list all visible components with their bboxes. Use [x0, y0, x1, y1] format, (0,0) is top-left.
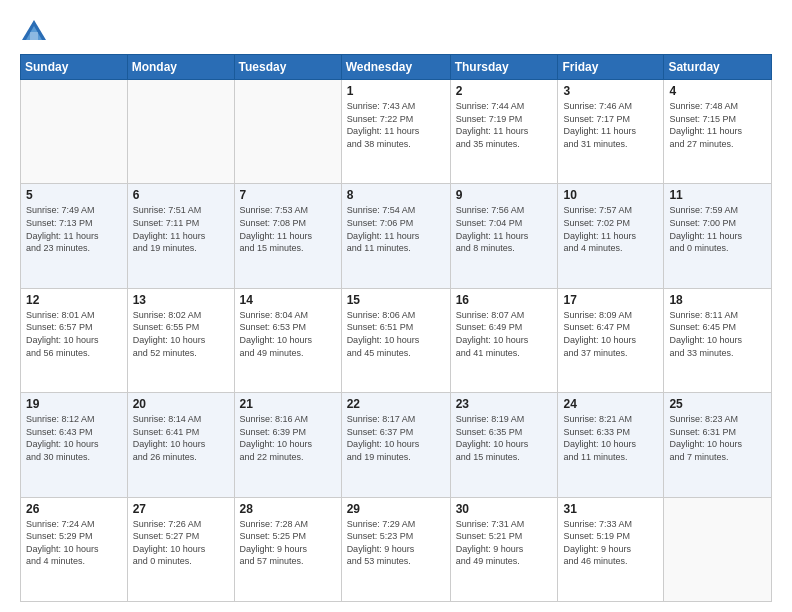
day-number: 5 [26, 188, 122, 202]
logo [20, 18, 52, 46]
day-cell: 20Sunrise: 8:14 AM Sunset: 6:41 PM Dayli… [127, 393, 234, 497]
day-cell: 28Sunrise: 7:28 AM Sunset: 5:25 PM Dayli… [234, 497, 341, 601]
day-cell: 19Sunrise: 8:12 AM Sunset: 6:43 PM Dayli… [21, 393, 128, 497]
day-cell: 16Sunrise: 8:07 AM Sunset: 6:49 PM Dayli… [450, 288, 558, 392]
week-row-1: 1Sunrise: 7:43 AM Sunset: 7:22 PM Daylig… [21, 80, 772, 184]
day-cell: 6Sunrise: 7:51 AM Sunset: 7:11 PM Daylig… [127, 184, 234, 288]
weekday-header-row: SundayMondayTuesdayWednesdayThursdayFrid… [21, 55, 772, 80]
day-number: 10 [563, 188, 658, 202]
day-info: Sunrise: 7:54 AM Sunset: 7:06 PM Dayligh… [347, 204, 445, 254]
day-cell: 18Sunrise: 8:11 AM Sunset: 6:45 PM Dayli… [664, 288, 772, 392]
day-number: 13 [133, 293, 229, 307]
day-info: Sunrise: 7:29 AM Sunset: 5:23 PM Dayligh… [347, 518, 445, 568]
day-info: Sunrise: 7:31 AM Sunset: 5:21 PM Dayligh… [456, 518, 553, 568]
weekday-header-saturday: Saturday [664, 55, 772, 80]
day-number: 29 [347, 502, 445, 516]
page: SundayMondayTuesdayWednesdayThursdayFrid… [0, 0, 792, 612]
day-info: Sunrise: 8:09 AM Sunset: 6:47 PM Dayligh… [563, 309, 658, 359]
day-cell: 8Sunrise: 7:54 AM Sunset: 7:06 PM Daylig… [341, 184, 450, 288]
day-info: Sunrise: 7:46 AM Sunset: 7:17 PM Dayligh… [563, 100, 658, 150]
day-number: 25 [669, 397, 766, 411]
day-info: Sunrise: 8:06 AM Sunset: 6:51 PM Dayligh… [347, 309, 445, 359]
day-number: 17 [563, 293, 658, 307]
day-cell: 24Sunrise: 8:21 AM Sunset: 6:33 PM Dayli… [558, 393, 664, 497]
day-cell: 25Sunrise: 8:23 AM Sunset: 6:31 PM Dayli… [664, 393, 772, 497]
day-info: Sunrise: 7:59 AM Sunset: 7:00 PM Dayligh… [669, 204, 766, 254]
day-number: 2 [456, 84, 553, 98]
day-info: Sunrise: 8:23 AM Sunset: 6:31 PM Dayligh… [669, 413, 766, 463]
day-cell: 29Sunrise: 7:29 AM Sunset: 5:23 PM Dayli… [341, 497, 450, 601]
weekday-header-wednesday: Wednesday [341, 55, 450, 80]
day-info: Sunrise: 8:07 AM Sunset: 6:49 PM Dayligh… [456, 309, 553, 359]
logo-icon [20, 18, 48, 46]
day-info: Sunrise: 8:02 AM Sunset: 6:55 PM Dayligh… [133, 309, 229, 359]
day-cell: 30Sunrise: 7:31 AM Sunset: 5:21 PM Dayli… [450, 497, 558, 601]
day-info: Sunrise: 7:53 AM Sunset: 7:08 PM Dayligh… [240, 204, 336, 254]
day-number: 4 [669, 84, 766, 98]
weekday-header-tuesday: Tuesday [234, 55, 341, 80]
top-area [20, 18, 772, 46]
day-cell: 7Sunrise: 7:53 AM Sunset: 7:08 PM Daylig… [234, 184, 341, 288]
day-info: Sunrise: 7:26 AM Sunset: 5:27 PM Dayligh… [133, 518, 229, 568]
day-cell [234, 80, 341, 184]
day-cell [127, 80, 234, 184]
week-row-5: 26Sunrise: 7:24 AM Sunset: 5:29 PM Dayli… [21, 497, 772, 601]
day-number: 20 [133, 397, 229, 411]
day-cell: 31Sunrise: 7:33 AM Sunset: 5:19 PM Dayli… [558, 497, 664, 601]
day-number: 8 [347, 188, 445, 202]
day-number: 31 [563, 502, 658, 516]
day-cell: 27Sunrise: 7:26 AM Sunset: 5:27 PM Dayli… [127, 497, 234, 601]
day-info: Sunrise: 8:01 AM Sunset: 6:57 PM Dayligh… [26, 309, 122, 359]
day-cell: 26Sunrise: 7:24 AM Sunset: 5:29 PM Dayli… [21, 497, 128, 601]
day-cell [664, 497, 772, 601]
day-cell: 10Sunrise: 7:57 AM Sunset: 7:02 PM Dayli… [558, 184, 664, 288]
day-cell: 15Sunrise: 8:06 AM Sunset: 6:51 PM Dayli… [341, 288, 450, 392]
day-number: 14 [240, 293, 336, 307]
day-info: Sunrise: 7:33 AM Sunset: 5:19 PM Dayligh… [563, 518, 658, 568]
day-info: Sunrise: 7:57 AM Sunset: 7:02 PM Dayligh… [563, 204, 658, 254]
day-cell: 17Sunrise: 8:09 AM Sunset: 6:47 PM Dayli… [558, 288, 664, 392]
svg-rect-2 [30, 32, 38, 40]
day-cell: 23Sunrise: 8:19 AM Sunset: 6:35 PM Dayli… [450, 393, 558, 497]
day-cell [21, 80, 128, 184]
week-row-3: 12Sunrise: 8:01 AM Sunset: 6:57 PM Dayli… [21, 288, 772, 392]
day-number: 6 [133, 188, 229, 202]
day-cell: 5Sunrise: 7:49 AM Sunset: 7:13 PM Daylig… [21, 184, 128, 288]
day-number: 23 [456, 397, 553, 411]
day-info: Sunrise: 8:04 AM Sunset: 6:53 PM Dayligh… [240, 309, 336, 359]
day-number: 18 [669, 293, 766, 307]
day-cell: 14Sunrise: 8:04 AM Sunset: 6:53 PM Dayli… [234, 288, 341, 392]
day-info: Sunrise: 8:21 AM Sunset: 6:33 PM Dayligh… [563, 413, 658, 463]
day-number: 26 [26, 502, 122, 516]
day-number: 9 [456, 188, 553, 202]
day-info: Sunrise: 8:17 AM Sunset: 6:37 PM Dayligh… [347, 413, 445, 463]
day-cell: 2Sunrise: 7:44 AM Sunset: 7:19 PM Daylig… [450, 80, 558, 184]
day-number: 30 [456, 502, 553, 516]
week-row-4: 19Sunrise: 8:12 AM Sunset: 6:43 PM Dayli… [21, 393, 772, 497]
day-info: Sunrise: 7:49 AM Sunset: 7:13 PM Dayligh… [26, 204, 122, 254]
day-cell: 4Sunrise: 7:48 AM Sunset: 7:15 PM Daylig… [664, 80, 772, 184]
day-info: Sunrise: 8:12 AM Sunset: 6:43 PM Dayligh… [26, 413, 122, 463]
day-number: 12 [26, 293, 122, 307]
day-info: Sunrise: 7:44 AM Sunset: 7:19 PM Dayligh… [456, 100, 553, 150]
week-row-2: 5Sunrise: 7:49 AM Sunset: 7:13 PM Daylig… [21, 184, 772, 288]
weekday-header-thursday: Thursday [450, 55, 558, 80]
day-cell: 11Sunrise: 7:59 AM Sunset: 7:00 PM Dayli… [664, 184, 772, 288]
weekday-header-friday: Friday [558, 55, 664, 80]
day-number: 27 [133, 502, 229, 516]
day-info: Sunrise: 8:14 AM Sunset: 6:41 PM Dayligh… [133, 413, 229, 463]
day-number: 21 [240, 397, 336, 411]
day-info: Sunrise: 8:19 AM Sunset: 6:35 PM Dayligh… [456, 413, 553, 463]
day-cell: 22Sunrise: 8:17 AM Sunset: 6:37 PM Dayli… [341, 393, 450, 497]
weekday-header-sunday: Sunday [21, 55, 128, 80]
day-info: Sunrise: 7:24 AM Sunset: 5:29 PM Dayligh… [26, 518, 122, 568]
day-cell: 21Sunrise: 8:16 AM Sunset: 6:39 PM Dayli… [234, 393, 341, 497]
day-number: 24 [563, 397, 658, 411]
day-cell: 1Sunrise: 7:43 AM Sunset: 7:22 PM Daylig… [341, 80, 450, 184]
day-cell: 3Sunrise: 7:46 AM Sunset: 7:17 PM Daylig… [558, 80, 664, 184]
day-number: 22 [347, 397, 445, 411]
day-number: 15 [347, 293, 445, 307]
day-info: Sunrise: 7:43 AM Sunset: 7:22 PM Dayligh… [347, 100, 445, 150]
day-info: Sunrise: 7:48 AM Sunset: 7:15 PM Dayligh… [669, 100, 766, 150]
day-number: 7 [240, 188, 336, 202]
